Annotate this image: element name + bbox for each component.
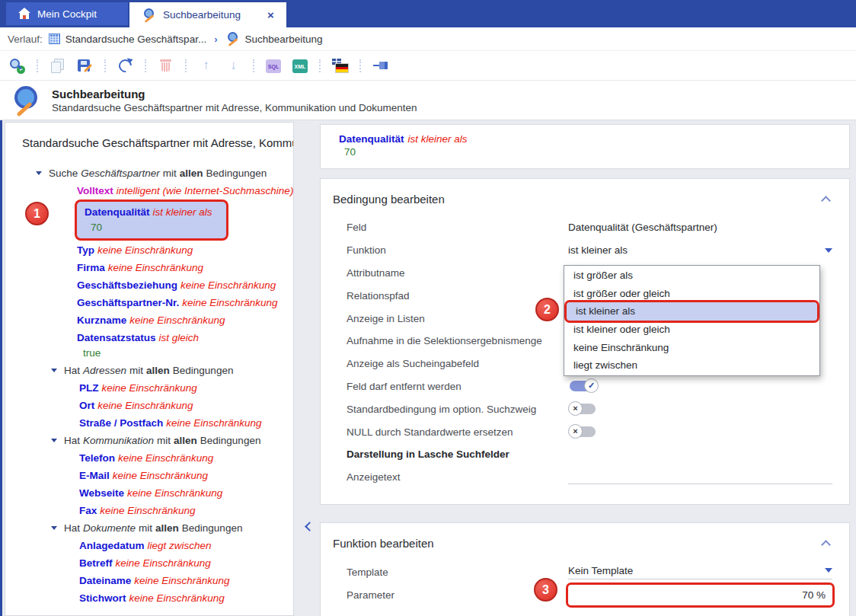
tree-node-text: Datensatzstatusist gleichtrue	[77, 329, 202, 362]
tree-leaf-node[interactable]: Stichwortkeine Einschränkung	[5, 589, 293, 607]
tree-leaf-node[interactable]: Geschäftsbeziehungkeine Einschränkung	[5, 276, 293, 294]
field-label: Anzeige in Listen	[347, 313, 568, 324]
table-grid-icon	[49, 34, 60, 44]
tree-leaf-node[interactable]: Webseitekeine Einschränkung	[5, 484, 293, 502]
tree-node-line: Ortkeine Einschränkung	[79, 400, 196, 411]
pin-icon[interactable]	[372, 58, 388, 73]
function-dropdown-list: ist größer alsist größer oder gleichist …	[564, 265, 820, 376]
collapse-triangle-icon[interactable]	[36, 171, 42, 175]
dropdown-option[interactable]: ist kleiner als	[567, 302, 817, 321]
toolbar-separator	[319, 59, 321, 72]
toggle-switch[interactable]: ×	[568, 424, 599, 439]
toolbar: ↑↓SQLXML	[0, 51, 856, 81]
collapse-triangle-icon[interactable]	[51, 369, 57, 372]
select-field[interactable]: Kein Template	[568, 565, 832, 579]
field-label: Anzeigetext	[347, 471, 568, 483]
tree-leaf-node[interactable]: Geschäftspartner-Nr.keine Einschränkung	[5, 294, 293, 311]
tree-branch-node[interactable]: SucheGeschäftspartnermitallenBedingungen	[5, 164, 293, 182]
tab-suchbearbeitung[interactable]: Suchbearbeitung×	[129, 2, 286, 27]
tree-text-segment: allen	[180, 168, 203, 179]
form-row: Standardbedingung im option. Suchzweig×	[321, 397, 849, 420]
tree-node-text: Webseitekeine Einschränkung	[79, 484, 225, 502]
tree-leaf-node[interactable]: PLZkeine Einschränkung	[5, 379, 293, 397]
tree-node-line: Faxkeine Einschränkung	[79, 505, 199, 516]
page-title: Suchbearbeitung	[52, 88, 417, 101]
tree-node-line: E-Mailkeine Einschränkung	[79, 470, 211, 481]
tree-branch-node[interactable]: HatAdressenmitallenBedingungen	[5, 362, 293, 379]
toggle-switch[interactable]: ✓	[568, 378, 599, 394]
collapse-triangle-icon[interactable]	[51, 439, 57, 442]
tree-leaf-node[interactable]: Betreffkeine Einschränkung	[5, 554, 293, 572]
chevron-down-icon[interactable]	[825, 248, 832, 253]
tree-leaf-node[interactable]: Anlagedatumliegt zwischen	[5, 537, 293, 554]
tree-leaf-node[interactable]: Firmakeine Einschränkung	[5, 259, 293, 276]
tree-leaf-node[interactable]: Typkeine Einschränkung	[5, 241, 293, 259]
dropdown-option[interactable]: ist größer oder gleich	[564, 285, 819, 303]
tree-node-text: Ortkeine Einschränkung	[79, 397, 196, 414]
tree-text-segment: liegt zwischen	[148, 540, 212, 551]
tree-node-text: Geschäftspartner-Nr.keine Einschränkung	[77, 294, 281, 311]
toggle-switch[interactable]: ×	[568, 401, 599, 417]
tree-leaf-node[interactable]: Kurznamekeine Einschränkung	[5, 311, 293, 329]
tree-branch-node[interactable]: HatKommunikationmitallenBedingungen	[5, 432, 293, 449]
tree-text-segment: keine Einschränkung	[116, 557, 211, 569]
field-label: Attributname	[347, 267, 568, 279]
parameter-input[interactable]: 70 %	[568, 585, 832, 605]
collapse-triangle-icon[interactable]	[51, 526, 57, 530]
tree-node-line: Webseitekeine Einschränkung	[79, 487, 225, 499]
tree-node-line: Datenqualitätist kleiner als	[85, 206, 216, 218]
form-row: Funktionist kleiner als	[321, 239, 849, 262]
search-edit-icon	[142, 8, 156, 22]
function-edit-card: Funktion bearbeiten TemplateKein Templat…	[320, 522, 850, 616]
xml-icon[interactable]: XML	[292, 59, 308, 73]
application-window: Mein CockpitSuchbearbeitung× Verlauf: St…	[0, 0, 856, 616]
annotation-step-1: 1	[25, 202, 49, 225]
field-value: Kein Template	[568, 565, 832, 579]
tree-leaf-node[interactable]: Faxkeine Einschränkung	[5, 502, 293, 519]
save-icon[interactable]	[77, 58, 93, 73]
tree-node-line: Kurznamekeine Einschränkung	[77, 314, 228, 326]
dropdown-option[interactable]: ist größer als	[564, 267, 819, 285]
tree-branch-node[interactable]: HatDokumentemitallenBedingungen	[5, 519, 293, 537]
tree-text-segment: Betreff	[79, 557, 113, 569]
tree-node-text: Volltextintelligent (wie Internet-Suchma…	[77, 182, 294, 199]
dropdown-option[interactable]: ist kleiner oder gleich	[564, 321, 819, 339]
tree-leaf-node[interactable]: Telefonkeine Einschränkung	[5, 449, 293, 467]
tree-leaf-node[interactable]: Datenqualitätist kleiner als70	[5, 202, 293, 238]
play-badge-icon	[17, 65, 25, 74]
arrow-glyph: ↓	[225, 58, 241, 73]
tree-leaf-node[interactable]: Straße / Postfachkeine Einschränkung	[5, 414, 293, 432]
dropdown-option[interactable]: keine Einschränkung	[564, 338, 819, 356]
tab-mein-cockpit[interactable]: Mein Cockpit	[6, 2, 128, 25]
breadcrumb-item[interactable]: Suchbearbeitung	[225, 32, 323, 46]
language-flag-icon[interactable]	[332, 58, 348, 73]
tree-text-segment: keine Einschränkung	[100, 505, 195, 516]
tree-leaf-node[interactable]: E-Mailkeine Einschränkung	[5, 467, 293, 484]
tree-leaf-node[interactable]: Volltextintelligent (wie Internet-Suchma…	[5, 182, 293, 199]
tree-text-segment: Bedingungen	[173, 365, 234, 376]
select-field[interactable]: ist kleiner als	[568, 244, 832, 256]
tree-text-segment: Kurzname	[77, 314, 126, 326]
refresh-icon[interactable]	[117, 58, 133, 73]
tree-leaf-node[interactable]: Dateinamekeine Einschränkung	[5, 572, 293, 589]
collapse-panel-chevron-icon[interactable]	[305, 522, 315, 531]
tree-text-segment: Typ	[77, 244, 94, 256]
collapse-card-chevron-icon[interactable]	[821, 540, 831, 550]
tree-leaf-node[interactable]: Ortkeine Einschränkung	[5, 397, 293, 414]
cross-icon: ×	[568, 424, 583, 439]
sql-icon[interactable]: SQL	[266, 59, 281, 73]
tab-label: Mein Cockpit	[37, 8, 97, 20]
text-input[interactable]	[568, 471, 832, 484]
breadcrumb-item[interactable]: Standardsuche Geschäftspar...	[49, 34, 206, 45]
dropdown-option[interactable]: liegt zwischen	[564, 356, 819, 375]
parameter-value: 70 %	[802, 589, 826, 601]
toolbar-separator	[145, 59, 146, 72]
tree-leaf-node[interactable]: Datensatzstatusist gleichtrue	[5, 329, 293, 362]
chevron-down-icon[interactable]	[825, 568, 832, 573]
field-label: Darstellung in Lasche Suchfelder	[347, 448, 568, 460]
tree-text-segment: keine Einschränkung	[127, 487, 222, 499]
collapse-card-chevron-icon[interactable]	[821, 196, 831, 206]
run-search-icon[interactable]	[9, 58, 25, 73]
close-tab-icon[interactable]: ×	[267, 9, 274, 21]
summary-condition: ist kleiner als	[408, 133, 468, 145]
